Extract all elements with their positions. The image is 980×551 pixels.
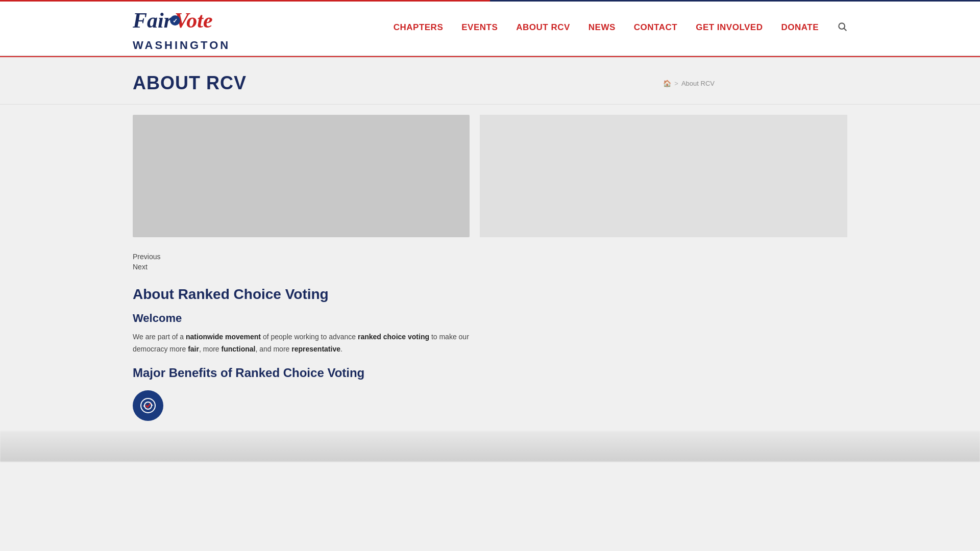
benefits-title: Major Benefits of Ranked Choice Voting bbox=[133, 366, 480, 380]
breadcrumb: 🏠 > About RCV bbox=[663, 80, 715, 87]
welcome-bold3: fair bbox=[188, 345, 199, 353]
video-placeholder bbox=[133, 115, 470, 237]
logo-svg: Fair Vote ✓ bbox=[133, 3, 225, 39]
main-nav: CHAPTERS EVENTS ABOUT RCV NEWS CONTACT G… bbox=[394, 21, 847, 34]
nav-chapters[interactable]: CHAPTERS bbox=[394, 22, 444, 33]
nav-donate[interactable]: DONATE bbox=[781, 22, 819, 33]
svg-text:Vote: Vote bbox=[175, 9, 213, 32]
video-area bbox=[133, 105, 847, 247]
svg-text:✓: ✓ bbox=[173, 17, 178, 24]
svg-point-4 bbox=[839, 23, 845, 29]
benefits-icon-svg bbox=[139, 397, 157, 414]
welcome-text-mid4: , and more bbox=[255, 345, 291, 353]
content-area: Previous Next About Ranked Choice Voting… bbox=[0, 105, 980, 431]
welcome-bold1: nationwide movement bbox=[186, 333, 261, 341]
welcome-body: We are part of a nationwide movement of … bbox=[133, 331, 480, 356]
post-navigation: Previous Next bbox=[133, 247, 847, 281]
search-button[interactable] bbox=[837, 21, 847, 34]
site-header: Fair Vote ✓ WASHINGTON CHAPTERS EVENTS A… bbox=[0, 0, 980, 56]
header-top-border bbox=[0, 0, 980, 2]
nav-events[interactable]: EVENTS bbox=[461, 22, 498, 33]
nav-contact[interactable]: CONTACT bbox=[634, 22, 677, 33]
svg-text:Fair: Fair bbox=[133, 9, 173, 32]
welcome-text-prefix: We are part of a bbox=[133, 333, 186, 341]
sidebar-placeholder bbox=[480, 115, 847, 237]
breadcrumb-home[interactable]: 🏠 bbox=[663, 80, 671, 87]
site-logo[interactable]: Fair Vote ✓ WASHINGTON bbox=[133, 3, 230, 52]
breadcrumb-current: About RCV bbox=[681, 80, 715, 87]
breadcrumb-separator: > bbox=[674, 80, 678, 87]
svg-line-5 bbox=[844, 28, 847, 31]
previous-link[interactable]: Previous bbox=[133, 253, 847, 261]
page-header-row: ABOUT RCV 🏠 > About RCV bbox=[133, 72, 847, 94]
welcome-title: Welcome bbox=[133, 312, 480, 325]
section-title: About Ranked Choice Voting bbox=[133, 286, 480, 303]
svg-marker-8 bbox=[143, 406, 144, 407]
next-link[interactable]: Next bbox=[133, 263, 847, 271]
page-title: ABOUT RCV bbox=[133, 72, 247, 94]
main-content: About Ranked Choice Voting Welcome We ar… bbox=[133, 281, 480, 431]
welcome-bold4: functional bbox=[222, 345, 256, 353]
welcome-text-mid1: of people working to advance bbox=[261, 333, 358, 341]
nav-about-rcv[interactable]: ABOUT RCV bbox=[516, 22, 570, 33]
nav-news[interactable]: NEWS bbox=[589, 22, 616, 33]
welcome-text-end: . bbox=[340, 345, 342, 353]
page-title-area: ABOUT RCV 🏠 > About RCV bbox=[0, 57, 980, 105]
nav-get-involved[interactable]: GET INVOLVED bbox=[696, 22, 763, 33]
welcome-text-mid3: , more bbox=[199, 345, 222, 353]
logo-washington-text: WASHINGTON bbox=[133, 39, 230, 52]
welcome-bold5: representative bbox=[291, 345, 340, 353]
bottom-area bbox=[0, 431, 980, 462]
svg-marker-7 bbox=[152, 404, 153, 406]
benefits-icon bbox=[133, 390, 163, 421]
welcome-bold2: ranked choice voting bbox=[358, 333, 429, 341]
